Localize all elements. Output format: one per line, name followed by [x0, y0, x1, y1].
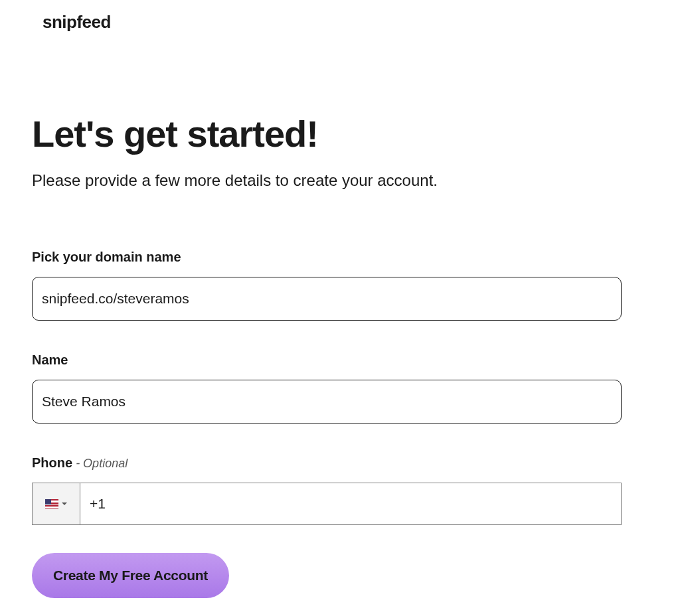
phone-label-text: Phone: [32, 455, 72, 470]
domain-field-group: Pick your domain name snipfeed.co/: [32, 250, 622, 321]
phone-optional-text: - Optional: [72, 457, 128, 470]
name-field-group: Name: [32, 352, 622, 424]
name-input-wrapper[interactable]: [32, 380, 622, 424]
us-flag-icon: [45, 499, 58, 508]
country-selector[interactable]: [33, 483, 80, 524]
domain-label: Pick your domain name: [32, 250, 622, 265]
page-title: Let's get started!: [32, 112, 648, 155]
signup-form: snipfeed Let's get started! Please provi…: [0, 0, 680, 610]
phone-input-wrapper: [32, 483, 622, 525]
phone-label: Phone - Optional: [32, 455, 622, 471]
chevron-down-icon: [62, 502, 67, 505]
name-label: Name: [32, 352, 622, 368]
name-input[interactable]: [42, 380, 612, 423]
domain-input[interactable]: [117, 277, 612, 320]
domain-prefix: snipfeed.co/: [42, 291, 117, 307]
phone-field-group: Phone - Optional: [32, 455, 622, 525]
page-subtitle: Please provide a few more details to cre…: [32, 171, 648, 190]
create-account-button[interactable]: Create My Free Account: [32, 553, 229, 598]
phone-input[interactable]: [80, 483, 621, 524]
domain-input-wrapper[interactable]: snipfeed.co/: [32, 277, 622, 321]
logo: snipfeed: [42, 12, 648, 33]
